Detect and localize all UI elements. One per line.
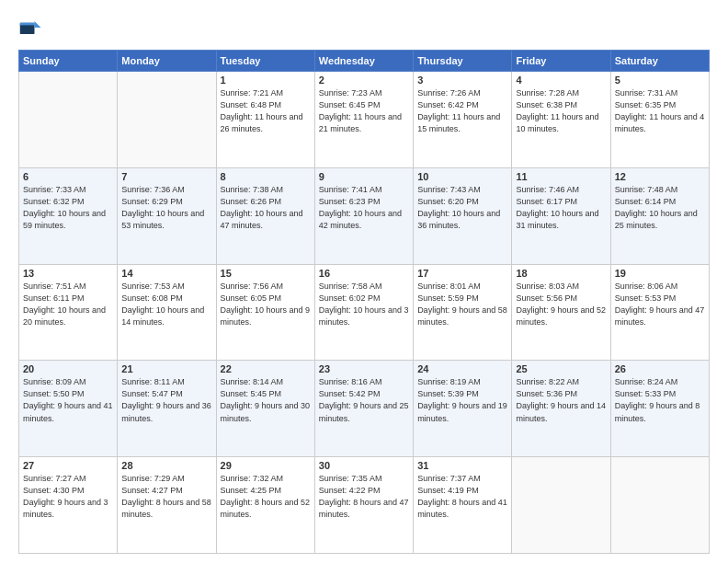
calendar-cell: 25Sunrise: 8:22 AM Sunset: 5:36 PM Dayli… (512, 361, 610, 457)
day-number: 11 (516, 171, 606, 182)
header (18, 15, 710, 40)
calendar-cell: 7Sunrise: 7:36 AM Sunset: 6:29 PM Daylig… (118, 167, 216, 264)
svg-marker-1 (35, 21, 41, 28)
calendar-cell: 14Sunrise: 7:53 AM Sunset: 6:08 PM Dayli… (118, 264, 216, 361)
day-number: 31 (417, 460, 507, 471)
calendar-cell: 15Sunrise: 7:56 AM Sunset: 6:05 PM Dayli… (216, 264, 314, 361)
day-number: 9 (319, 171, 409, 182)
day-detail: Sunrise: 8:09 AM Sunset: 5:50 PM Dayligh… (23, 376, 113, 424)
day-detail: Sunrise: 7:36 AM Sunset: 6:29 PM Dayligh… (121, 184, 211, 232)
day-detail: Sunrise: 8:14 AM Sunset: 5:45 PM Dayligh… (221, 376, 311, 424)
calendar-cell: 28Sunrise: 7:29 AM Sunset: 4:27 PM Dayli… (118, 457, 216, 554)
day-detail: Sunrise: 7:27 AM Sunset: 4:30 PM Dayligh… (23, 473, 113, 521)
calendar-cell: 20Sunrise: 8:09 AM Sunset: 5:50 PM Dayli… (19, 361, 118, 457)
calendar-cell: 26Sunrise: 8:24 AM Sunset: 5:33 PM Dayli… (610, 361, 709, 457)
calendar-cell: 16Sunrise: 7:58 AM Sunset: 6:02 PM Dayli… (314, 264, 413, 361)
weekday-header-monday: Monday (118, 51, 216, 72)
weekday-header-friday: Friday (512, 51, 610, 72)
day-detail: Sunrise: 7:28 AM Sunset: 6:38 PM Dayligh… (516, 87, 606, 135)
day-detail: Sunrise: 7:53 AM Sunset: 6:08 PM Dayligh… (121, 281, 211, 328)
calendar-cell: 6Sunrise: 7:33 AM Sunset: 6:32 PM Daylig… (19, 167, 118, 264)
calendar-cell (19, 72, 118, 168)
calendar-cell: 17Sunrise: 8:01 AM Sunset: 5:59 PM Dayli… (414, 264, 512, 361)
logo (18, 15, 48, 40)
calendar-cell (610, 457, 709, 554)
day-number: 17 (417, 268, 507, 279)
calendar-cell: 21Sunrise: 8:11 AM Sunset: 5:47 PM Dayli… (118, 361, 216, 457)
day-number: 6 (23, 171, 113, 182)
calendar-cell: 31Sunrise: 7:37 AM Sunset: 4:19 PM Dayli… (414, 457, 512, 554)
calendar-cell: 13Sunrise: 7:51 AM Sunset: 6:11 PM Dayli… (19, 264, 118, 361)
day-detail: Sunrise: 8:11 AM Sunset: 5:47 PM Dayligh… (121, 376, 211, 424)
day-number: 13 (23, 268, 113, 279)
day-detail: Sunrise: 7:26 AM Sunset: 6:42 PM Dayligh… (417, 87, 507, 135)
day-detail: Sunrise: 7:51 AM Sunset: 6:11 PM Dayligh… (23, 281, 113, 328)
calendar-week-row: 20Sunrise: 8:09 AM Sunset: 5:50 PM Dayli… (19, 361, 710, 457)
day-detail: Sunrise: 7:38 AM Sunset: 6:26 PM Dayligh… (221, 184, 311, 232)
day-number: 22 (221, 363, 311, 374)
day-number: 26 (615, 363, 705, 374)
calendar-week-row: 27Sunrise: 7:27 AM Sunset: 4:30 PM Dayli… (19, 457, 710, 554)
calendar-cell: 22Sunrise: 8:14 AM Sunset: 5:45 PM Dayli… (216, 361, 314, 457)
day-number: 5 (615, 75, 705, 86)
calendar-cell: 2Sunrise: 7:23 AM Sunset: 6:45 PM Daylig… (314, 72, 413, 168)
calendar-cell: 11Sunrise: 7:46 AM Sunset: 6:17 PM Dayli… (512, 167, 610, 264)
day-number: 19 (615, 268, 705, 279)
calendar-cell: 23Sunrise: 8:16 AM Sunset: 5:42 PM Dayli… (314, 361, 413, 457)
calendar-cell: 19Sunrise: 8:06 AM Sunset: 5:53 PM Dayli… (610, 264, 709, 361)
day-number: 18 (516, 268, 606, 279)
calendar-cell: 10Sunrise: 7:43 AM Sunset: 6:20 PM Dayli… (414, 167, 512, 264)
weekday-header-saturday: Saturday (610, 51, 709, 72)
calendar-cell: 18Sunrise: 8:03 AM Sunset: 5:56 PM Dayli… (512, 264, 610, 361)
day-number: 2 (319, 75, 409, 86)
day-detail: Sunrise: 7:43 AM Sunset: 6:20 PM Dayligh… (417, 184, 507, 232)
day-number: 7 (121, 171, 211, 182)
day-detail: Sunrise: 7:35 AM Sunset: 4:22 PM Dayligh… (319, 473, 409, 521)
day-number: 3 (417, 75, 507, 86)
day-number: 15 (221, 268, 311, 279)
logo-icon (18, 15, 44, 40)
day-number: 24 (417, 363, 507, 374)
day-number: 1 (221, 75, 311, 86)
day-detail: Sunrise: 7:33 AM Sunset: 6:32 PM Dayligh… (23, 184, 113, 232)
day-detail: Sunrise: 8:03 AM Sunset: 5:56 PM Dayligh… (516, 281, 606, 328)
calendar-table: SundayMondayTuesdayWednesdayThursdayFrid… (18, 50, 710, 554)
calendar-week-row: 1Sunrise: 7:21 AM Sunset: 6:48 PM Daylig… (19, 72, 710, 168)
calendar-cell: 12Sunrise: 7:48 AM Sunset: 6:14 PM Dayli… (610, 167, 709, 264)
day-number: 10 (417, 171, 507, 182)
weekday-header-sunday: Sunday (19, 51, 118, 72)
day-number: 28 (121, 460, 211, 471)
day-detail: Sunrise: 7:41 AM Sunset: 6:23 PM Dayligh… (319, 184, 409, 232)
day-number: 21 (121, 363, 211, 374)
day-number: 25 (516, 363, 606, 374)
calendar-cell: 27Sunrise: 7:27 AM Sunset: 4:30 PM Dayli… (19, 457, 118, 554)
day-number: 30 (319, 460, 409, 471)
day-detail: Sunrise: 8:19 AM Sunset: 5:39 PM Dayligh… (417, 376, 507, 424)
calendar-week-row: 13Sunrise: 7:51 AM Sunset: 6:11 PM Dayli… (19, 264, 710, 361)
calendar-header-row: SundayMondayTuesdayWednesdayThursdayFrid… (19, 51, 710, 72)
day-detail: Sunrise: 7:58 AM Sunset: 6:02 PM Dayligh… (319, 281, 409, 328)
weekday-header-tuesday: Tuesday (216, 51, 314, 72)
day-number: 29 (221, 460, 311, 471)
day-detail: Sunrise: 8:24 AM Sunset: 5:33 PM Dayligh… (615, 376, 705, 424)
calendar-cell: 8Sunrise: 7:38 AM Sunset: 6:26 PM Daylig… (216, 167, 314, 264)
calendar-cell: 29Sunrise: 7:32 AM Sunset: 4:25 PM Dayli… (216, 457, 314, 554)
calendar-week-row: 6Sunrise: 7:33 AM Sunset: 6:32 PM Daylig… (19, 167, 710, 264)
day-detail: Sunrise: 7:46 AM Sunset: 6:17 PM Dayligh… (516, 184, 606, 232)
day-detail: Sunrise: 8:22 AM Sunset: 5:36 PM Dayligh… (516, 376, 606, 424)
day-detail: Sunrise: 8:16 AM Sunset: 5:42 PM Dayligh… (319, 376, 409, 424)
day-number: 12 (615, 171, 705, 182)
weekday-header-wednesday: Wednesday (314, 51, 413, 72)
day-detail: Sunrise: 7:21 AM Sunset: 6:48 PM Dayligh… (221, 87, 311, 135)
day-detail: Sunrise: 7:31 AM Sunset: 6:35 PM Dayligh… (615, 87, 705, 135)
day-detail: Sunrise: 7:56 AM Sunset: 6:05 PM Dayligh… (221, 281, 311, 328)
day-detail: Sunrise: 7:37 AM Sunset: 4:19 PM Dayligh… (417, 473, 507, 521)
day-detail: Sunrise: 8:01 AM Sunset: 5:59 PM Dayligh… (417, 281, 507, 328)
calendar-cell (512, 457, 610, 554)
calendar-cell: 24Sunrise: 8:19 AM Sunset: 5:39 PM Dayli… (414, 361, 512, 457)
calendar-cell: 5Sunrise: 7:31 AM Sunset: 6:35 PM Daylig… (610, 72, 709, 168)
day-number: 20 (23, 363, 113, 374)
calendar-cell: 1Sunrise: 7:21 AM Sunset: 6:48 PM Daylig… (216, 72, 314, 168)
day-detail: Sunrise: 7:29 AM Sunset: 4:27 PM Dayligh… (121, 473, 211, 521)
calendar-cell: 3Sunrise: 7:26 AM Sunset: 6:42 PM Daylig… (414, 72, 512, 168)
